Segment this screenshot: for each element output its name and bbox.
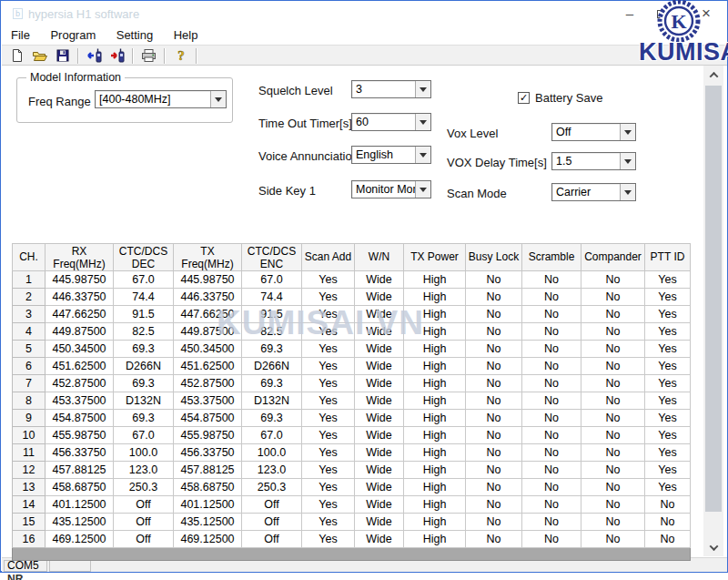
table-cell[interactable]: Off bbox=[242, 514, 302, 531]
row-header-cell[interactable]: 11 bbox=[13, 444, 46, 462]
table-cell[interactable]: 469.12500 bbox=[174, 531, 242, 548]
table-cell[interactable]: 250.3 bbox=[114, 479, 174, 496]
table-cell[interactable]: High bbox=[404, 392, 466, 410]
table-cell[interactable]: Off bbox=[242, 531, 302, 548]
read-from-radio-button[interactable] bbox=[83, 46, 106, 66]
table-cell[interactable]: 67.0 bbox=[242, 271, 302, 289]
table-cell[interactable]: Wide bbox=[355, 341, 404, 358]
table-cell[interactable]: 67.0 bbox=[114, 271, 174, 289]
table-cell[interactable]: No bbox=[466, 427, 522, 444]
table-cell[interactable]: 454.87500 bbox=[174, 410, 242, 427]
table-cell[interactable]: Yes bbox=[645, 323, 691, 341]
table-cell[interactable]: 250.3 bbox=[242, 479, 302, 496]
table-cell[interactable]: No bbox=[522, 462, 581, 479]
table-cell[interactable]: No bbox=[581, 358, 645, 375]
table-cell[interactable]: Yes bbox=[302, 427, 355, 444]
table-cell[interactable]: 100.0 bbox=[242, 444, 302, 462]
table-cell[interactable]: No bbox=[522, 410, 581, 427]
table-cell[interactable]: Yes bbox=[645, 410, 691, 427]
table-cell[interactable]: 456.33750 bbox=[46, 444, 114, 462]
table-cell[interactable]: Yes bbox=[645, 271, 691, 289]
table-cell[interactable]: Yes bbox=[302, 306, 355, 323]
table-cell[interactable]: Yes bbox=[645, 392, 691, 410]
table-cell[interactable]: No bbox=[466, 289, 522, 306]
side-key-1-dropdown[interactable]: Monitor Momen bbox=[351, 180, 431, 198]
table-cell[interactable]: No bbox=[522, 306, 581, 323]
table-cell[interactable]: 453.37500 bbox=[46, 392, 114, 410]
open-file-button[interactable] bbox=[28, 46, 51, 66]
table-cell[interactable]: No bbox=[581, 306, 645, 323]
table-cell[interactable]: 447.66250 bbox=[174, 306, 242, 323]
table-cell[interactable]: 455.98750 bbox=[46, 427, 114, 444]
table-cell[interactable]: No bbox=[466, 271, 522, 289]
menu-setting[interactable]: Setting bbox=[109, 26, 160, 44]
table-cell[interactable]: Yes bbox=[302, 358, 355, 375]
table-cell[interactable]: 435.12500 bbox=[174, 514, 242, 531]
table-cell[interactable]: 447.66250 bbox=[46, 306, 114, 323]
menu-help[interactable]: Help bbox=[167, 26, 206, 44]
table-cell[interactable]: 91.5 bbox=[114, 306, 174, 323]
table-cell[interactable]: Wide bbox=[355, 427, 404, 444]
table-cell[interactable]: Yes bbox=[645, 341, 691, 358]
table-cell[interactable]: No bbox=[522, 289, 581, 306]
table-cell[interactable]: No bbox=[581, 514, 645, 531]
row-header-cell[interactable]: 5 bbox=[13, 341, 46, 358]
table-cell[interactable]: High bbox=[404, 323, 466, 341]
table-cell[interactable]: No bbox=[522, 514, 581, 531]
table-cell[interactable]: 452.87500 bbox=[174, 375, 242, 392]
table-cell[interactable]: Wide bbox=[355, 358, 404, 375]
table-cell[interactable]: 69.3 bbox=[114, 375, 174, 392]
row-header-cell[interactable]: 9 bbox=[13, 410, 46, 427]
table-cell[interactable]: High bbox=[404, 410, 466, 427]
table-cell[interactable]: High bbox=[404, 341, 466, 358]
table-cell[interactable]: No bbox=[581, 531, 645, 548]
freq-range-dropdown[interactable]: [400-480MHz] bbox=[95, 90, 227, 108]
table-cell[interactable]: High bbox=[404, 271, 466, 289]
table-cell[interactable]: Off bbox=[114, 531, 174, 548]
table-cell[interactable]: No bbox=[581, 496, 645, 514]
table-cell[interactable]: Wide bbox=[355, 462, 404, 479]
table-cell[interactable]: Wide bbox=[355, 410, 404, 427]
table-cell[interactable]: Yes bbox=[302, 271, 355, 289]
table-cell[interactable]: No bbox=[466, 306, 522, 323]
table-cell[interactable]: 458.68750 bbox=[46, 479, 114, 496]
table-cell[interactable]: No bbox=[581, 323, 645, 341]
table-cell[interactable]: Yes bbox=[302, 341, 355, 358]
table-cell[interactable]: Wide bbox=[355, 479, 404, 496]
table-cell[interactable]: 100.0 bbox=[114, 444, 174, 462]
table-cell[interactable]: Yes bbox=[645, 462, 691, 479]
table-cell[interactable]: Yes bbox=[645, 289, 691, 306]
row-header-cell[interactable]: 10 bbox=[13, 427, 46, 444]
table-cell[interactable]: Wide bbox=[355, 392, 404, 410]
table-cell[interactable]: Yes bbox=[302, 462, 355, 479]
table-cell[interactable]: No bbox=[522, 358, 581, 375]
vox-delay-time-dropdown[interactable]: 1.5 bbox=[551, 152, 636, 170]
row-header-cell[interactable]: 13 bbox=[13, 479, 46, 496]
table-cell[interactable]: No bbox=[522, 479, 581, 496]
table-cell[interactable]: No bbox=[466, 444, 522, 462]
table-cell[interactable]: 69.3 bbox=[242, 341, 302, 358]
table-cell[interactable]: 435.12500 bbox=[46, 514, 114, 531]
table-cell[interactable]: 401.12500 bbox=[46, 496, 114, 514]
table-cell[interactable]: Yes bbox=[302, 496, 355, 514]
table-cell[interactable]: No bbox=[522, 496, 581, 514]
table-cell[interactable]: 69.3 bbox=[114, 410, 174, 427]
table-cell[interactable]: 74.4 bbox=[114, 289, 174, 306]
table-cell[interactable]: No bbox=[581, 410, 645, 427]
row-header-cell[interactable]: 8 bbox=[13, 392, 46, 410]
table-cell[interactable]: 457.88125 bbox=[46, 462, 114, 479]
table-cell[interactable]: 91.5 bbox=[242, 306, 302, 323]
table-cell[interactable]: 82.5 bbox=[242, 323, 302, 341]
table-cell[interactable]: High bbox=[404, 479, 466, 496]
table-cell[interactable]: D266N bbox=[242, 358, 302, 375]
table-cell[interactable]: 123.0 bbox=[114, 462, 174, 479]
row-header-cell[interactable]: 14 bbox=[13, 496, 46, 514]
table-cell[interactable]: 401.12500 bbox=[174, 496, 242, 514]
table-cell[interactable]: 445.98750 bbox=[174, 271, 242, 289]
table-cell[interactable]: 449.87500 bbox=[174, 323, 242, 341]
table-cell[interactable]: No bbox=[466, 531, 522, 548]
table-cell[interactable]: Yes bbox=[645, 427, 691, 444]
table-cell[interactable]: Wide bbox=[355, 323, 404, 341]
table-cell[interactable]: 67.0 bbox=[114, 427, 174, 444]
table-cell[interactable]: 450.34500 bbox=[174, 341, 242, 358]
